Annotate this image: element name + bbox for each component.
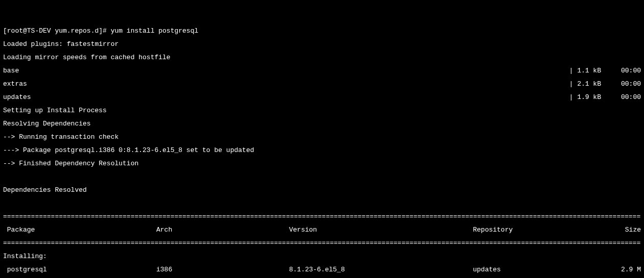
table-row: postgresqli3868.1.23-6.el5_8updates2.9 M [3, 266, 641, 273]
repo-name: updates [3, 94, 31, 100]
cell-package: postgresql [3, 266, 156, 273]
repo-size: | 1.9 kB 00:00 [569, 94, 641, 100]
cell-size: 2.9 M [616, 266, 641, 273]
output-text [3, 173, 641, 180]
output-text: --> Finished Dependency Resolution [3, 160, 641, 167]
divider: ========================================… [3, 240, 641, 246]
col-size: Size [616, 226, 641, 233]
prompt: [root@TS-DEV yum.repos.d]# [3, 27, 111, 35]
repo-row: base| 1.1 kB 00:00 [3, 67, 641, 74]
output-text: --> Running transaction check [3, 134, 641, 140]
output-text [3, 200, 641, 207]
output-text: Loading mirror speeds from cached hostfi… [3, 54, 641, 61]
col-arch: Arch [156, 226, 289, 233]
output-text: Resolving Dependencies [3, 120, 641, 127]
output-text: Dependencies Resolved [3, 187, 641, 193]
command-text: yum install postgresql [111, 27, 199, 35]
repo-row: updates| 1.9 kB 00:00 [3, 94, 641, 100]
output-text: ---> Package postgresql.i386 0:8.1.23-6.… [3, 147, 641, 154]
cell-repo: updates [473, 266, 616, 273]
repo-size: | 2.1 kB 00:00 [569, 81, 641, 87]
col-version: Version [289, 226, 473, 233]
repo-name: extras [3, 81, 27, 87]
repo-name: base [3, 67, 19, 74]
table-header: PackageArchVersionRepositorySize [3, 226, 641, 233]
cell-version: 8.1.23-6.el5_8 [289, 266, 473, 273]
repo-row: extras| 2.1 kB 00:00 [3, 81, 641, 87]
col-repo: Repository [473, 226, 616, 233]
col-package: Package [3, 226, 156, 233]
repo-size: | 1.1 kB 00:00 [569, 67, 641, 74]
output-text: Setting up Install Process [3, 107, 641, 114]
output-text: Loaded plugins: fastestmirror [3, 41, 641, 47]
prompt-line[interactable]: [root@TS-DEV yum.repos.d]# yum install p… [3, 28, 641, 34]
output-text: Installing: [3, 253, 641, 260]
cell-arch: i386 [156, 266, 289, 273]
divider: ========================================… [3, 213, 641, 220]
